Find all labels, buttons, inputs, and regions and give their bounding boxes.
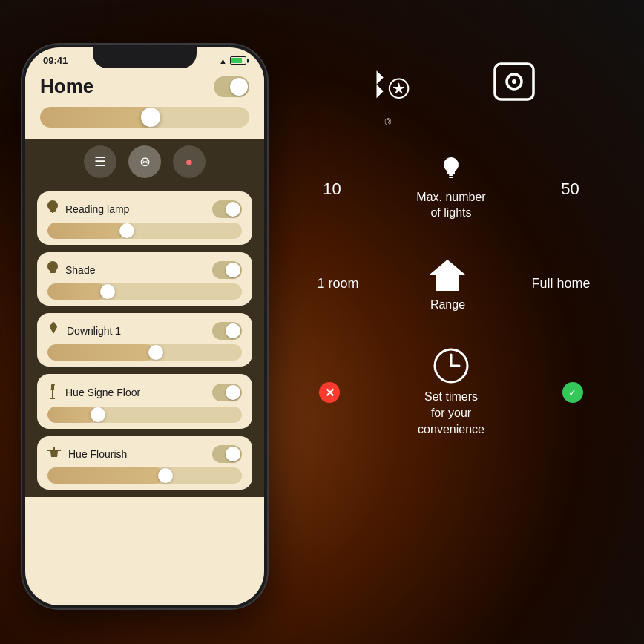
- downlight-icon: [47, 322, 59, 340]
- timer-status-no: ✕: [319, 382, 340, 403]
- hub-block: [492, 59, 536, 104]
- shade-icon: [47, 261, 58, 279]
- timer-row: ✕ Set timersfor yourconvenience ✓: [280, 347, 622, 438]
- light-toggle[interactable]: [212, 445, 242, 463]
- light-slider[interactable]: [47, 344, 242, 361]
- slider-fill: [47, 344, 154, 361]
- light-item-flourish: Hue Flourish: [37, 436, 252, 490]
- bluetooth-icon: ⍟: [366, 59, 410, 111]
- light-name: Reading lamp: [65, 203, 129, 215]
- battery-icon: [230, 56, 246, 65]
- light-top: Hue Signe Floor: [47, 383, 242, 402]
- brightness-slider[interactable]: [40, 107, 249, 128]
- toggle-knob: [230, 78, 248, 96]
- toggle-knob: [226, 202, 240, 217]
- top-icons-row: ⍟ ®: [280, 59, 622, 128]
- svg-rect-8: [449, 177, 453, 178]
- info-panel: ⍟ ® 10 Max. number: [280, 59, 622, 616]
- app-header: Home: [25, 69, 264, 107]
- toggle-knob: [226, 385, 240, 400]
- light-toggle[interactable]: [212, 200, 242, 218]
- slider-fill: [47, 467, 164, 484]
- light-name: Shade: [65, 264, 95, 276]
- light-name: Hue Signe Floor: [65, 387, 140, 398]
- toggle-knob: [226, 447, 240, 461]
- light-top: Shade: [47, 261, 242, 279]
- timer-center: Set timersfor yourconvenience: [418, 347, 484, 438]
- svg-rect-0: [51, 384, 54, 390]
- slider-thumb: [141, 108, 160, 127]
- light-top: Reading lamp: [47, 200, 242, 218]
- range-center: Range: [427, 257, 468, 312]
- timer-label: Set timersfor yourconvenience: [418, 389, 484, 438]
- max-lights-left: 10: [313, 180, 350, 199]
- light-icon-name: Downlight 1: [47, 322, 121, 340]
- timer-status-yes: ✓: [562, 382, 583, 403]
- color-icon: ●: [185, 154, 194, 170]
- slider-thumb: [100, 284, 115, 299]
- home-toggle[interactable]: [214, 76, 249, 97]
- light-item-signe-floor: Hue Signe Floor: [37, 374, 252, 429]
- max-lights-label: Max. numberof lights: [416, 190, 485, 221]
- slider-fill: [47, 283, 106, 300]
- light-item-shade: Shade: [37, 252, 252, 306]
- range-row: 1 room Range Full home: [280, 257, 622, 312]
- battery-fill: [231, 58, 242, 63]
- light-toggle[interactable]: [212, 261, 242, 279]
- scenes-icon: ⊛: [139, 154, 151, 170]
- light-icon-name: Shade: [47, 261, 95, 279]
- phone-frame: 09:41 ▲ Home: [22, 45, 267, 608]
- bulb-icon: [47, 200, 58, 218]
- light-icon-name: Reading lamp: [47, 200, 129, 218]
- slider-fill: [40, 107, 155, 128]
- phone-screen: 09:41 ▲ Home: [25, 47, 264, 605]
- slider-fill: [47, 407, 96, 423]
- tabs-row: ☰ ⊛ ●: [25, 139, 264, 184]
- tab-color[interactable]: ●: [173, 145, 206, 178]
- bluetooth-superscript: ®: [385, 117, 392, 128]
- light-slider[interactable]: [47, 283, 242, 300]
- light-name: Downlight 1: [67, 325, 121, 337]
- tab-list[interactable]: ☰: [84, 145, 116, 178]
- range-left: 1 room: [312, 276, 364, 292]
- status-icons: ▲: [219, 56, 246, 65]
- phone-mockup: 09:41 ▲ Home: [22, 45, 267, 608]
- bluetooth-block: ⍟ ®: [366, 59, 410, 128]
- floor-lamp-icon: [47, 383, 58, 402]
- max-lights-row: 10 Max. numberof lights 50: [280, 157, 622, 221]
- svg-rect-7: [449, 174, 453, 176]
- range-right: Full home: [531, 276, 590, 292]
- light-toggle[interactable]: [212, 384, 242, 401]
- svg-rect-3: [53, 447, 55, 450]
- ceiling-icon: [47, 447, 61, 461]
- hub-icon: [492, 59, 536, 104]
- light-top: Downlight 1: [47, 322, 242, 340]
- light-slider[interactable]: [47, 467, 242, 484]
- slider-thumb: [91, 407, 105, 422]
- light-icon-name: Hue Signe Floor: [47, 383, 140, 402]
- max-lights-center: Max. numberof lights: [416, 157, 485, 221]
- slider-fill: [47, 223, 125, 239]
- slider-thumb: [119, 223, 134, 238]
- light-name: Hue Flourish: [68, 448, 127, 460]
- slider-thumb: [148, 345, 163, 360]
- tab-scenes[interactable]: ⊛: [128, 145, 161, 178]
- signal-icon: ▲: [219, 56, 227, 65]
- toggle-knob: [226, 323, 240, 338]
- light-slider[interactable]: [47, 223, 242, 239]
- range-label: Range: [430, 298, 465, 312]
- list-icon: ☰: [94, 154, 106, 170]
- light-slider[interactable]: [47, 407, 242, 423]
- yes-icon: ✓: [562, 382, 583, 403]
- light-item-downlight: Downlight 1: [37, 313, 252, 367]
- light-toggle[interactable]: [212, 322, 242, 340]
- light-top: Hue Flourish: [47, 445, 242, 463]
- phone-notch: [93, 47, 197, 68]
- brightness-row: [25, 107, 264, 139]
- light-item-reading-lamp: Reading lamp: [37, 191, 252, 245]
- status-time: 09:41: [43, 55, 68, 66]
- toggle-knob: [226, 263, 240, 277]
- no-icon: ✕: [319, 382, 340, 403]
- lights-list: Reading lamp: [25, 184, 264, 497]
- slider-thumb: [158, 468, 173, 483]
